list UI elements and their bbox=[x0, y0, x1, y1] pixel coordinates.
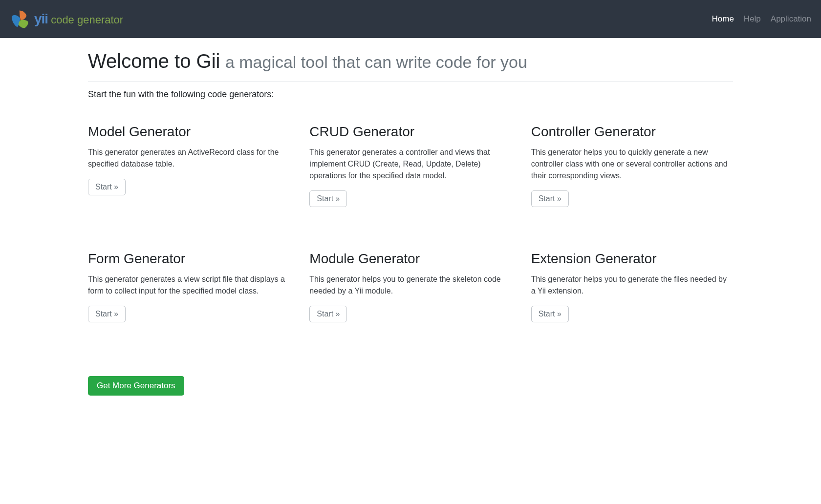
generator-desc: This generator generates a controller an… bbox=[309, 147, 511, 182]
generator-grid: Model Generator This generator generates… bbox=[88, 124, 733, 322]
navbar: yii code generator Home Help Application bbox=[0, 0, 821, 38]
nav-link-home[interactable]: Home bbox=[712, 14, 734, 24]
main-container: Welcome to Gii a magical tool that can w… bbox=[83, 38, 738, 396]
generator-desc: This generator helps you to generate the… bbox=[531, 273, 733, 297]
generator-crud: CRUD Generator This generator generates … bbox=[309, 124, 511, 207]
generator-title: Form Generator bbox=[88, 251, 290, 267]
nav-links: Home Help Application bbox=[712, 14, 812, 24]
generator-model: Model Generator This generator generates… bbox=[88, 124, 290, 207]
start-button[interactable]: Start » bbox=[531, 190, 569, 207]
logo-primary: yii bbox=[34, 11, 48, 27]
generator-title: Model Generator bbox=[88, 124, 290, 140]
logo-secondary: code generator bbox=[51, 14, 123, 26]
start-button[interactable]: Start » bbox=[309, 190, 347, 207]
start-button[interactable]: Start » bbox=[309, 306, 347, 322]
nav-link-application[interactable]: Application bbox=[771, 14, 811, 24]
start-button[interactable]: Start » bbox=[531, 306, 569, 322]
get-more-generators-button[interactable]: Get More Generators bbox=[88, 376, 184, 396]
logo-text: yii code generator bbox=[34, 11, 123, 27]
nav-link-help[interactable]: Help bbox=[744, 14, 761, 24]
generator-controller: Controller Generator This generator help… bbox=[531, 124, 733, 207]
yii-logo-icon bbox=[10, 8, 31, 30]
page-header: Welcome to Gii a magical tool that can w… bbox=[88, 38, 733, 82]
intro-text: Start the fun with the following code ge… bbox=[88, 89, 733, 100]
logo-link[interactable]: yii code generator bbox=[10, 8, 123, 30]
page-title: Welcome to Gii bbox=[88, 50, 220, 72]
start-button[interactable]: Start » bbox=[88, 179, 126, 195]
generator-title: Extension Generator bbox=[531, 251, 733, 267]
start-button[interactable]: Start » bbox=[88, 306, 126, 322]
generator-extension: Extension Generator This generator helps… bbox=[531, 251, 733, 322]
generator-desc: This generator generates a view script f… bbox=[88, 273, 290, 297]
generator-desc: This generator generates an ActiveRecord… bbox=[88, 147, 290, 170]
page-subtitle: a magical tool that can write code for y… bbox=[225, 53, 527, 71]
generator-form: Form Generator This generator generates … bbox=[88, 251, 290, 322]
generator-desc: This generator helps you to generate the… bbox=[309, 273, 511, 297]
generator-title: Controller Generator bbox=[531, 124, 733, 140]
generator-title: CRUD Generator bbox=[309, 124, 511, 140]
generator-title: Module Generator bbox=[309, 251, 511, 267]
generator-desc: This generator helps you to quickly gene… bbox=[531, 147, 733, 182]
generator-module: Module Generator This generator helps yo… bbox=[309, 251, 511, 322]
